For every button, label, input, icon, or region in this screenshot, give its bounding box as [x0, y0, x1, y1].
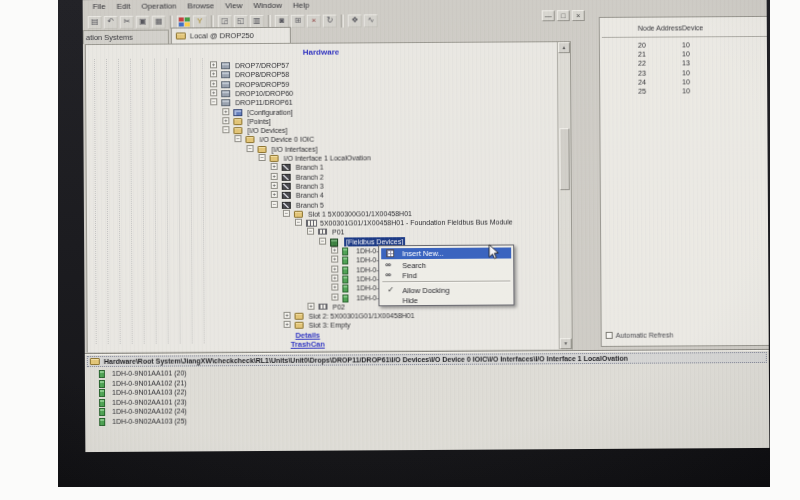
- folder-icon: [233, 127, 242, 134]
- scroll-down-arrow[interactable]: ▼: [560, 338, 572, 349]
- device-list-item[interactable]: 1DH-0-9N02AA103 (25): [99, 415, 399, 426]
- collapse-box[interactable]: −: [222, 126, 229, 133]
- menu-browse[interactable]: Browse: [187, 1, 214, 12]
- node-address-cell[interactable]: 23: [638, 69, 646, 76]
- import-icon[interactable]: ◲: [218, 15, 232, 28]
- menu-view[interactable]: View: [225, 1, 242, 12]
- branch-icon: [282, 173, 291, 180]
- node-address-cell[interactable]: 20: [638, 42, 646, 49]
- collapse-box[interactable]: −: [295, 219, 302, 226]
- collapse-box[interactable]: −: [259, 154, 266, 161]
- ovation-logo-icon[interactable]: [177, 15, 191, 28]
- collapse-box[interactable]: −: [234, 136, 241, 143]
- folder-icon: [233, 118, 242, 125]
- delete-icon[interactable]: ×: [307, 14, 321, 27]
- device-cell[interactable]: 10: [682, 69, 690, 76]
- drop-icon: [221, 99, 230, 106]
- device-cell[interactable]: 10: [682, 78, 690, 85]
- collapse-box[interactable]: −: [307, 228, 314, 235]
- collapse-box[interactable]: −: [319, 237, 326, 244]
- branch-icon: [282, 164, 291, 171]
- refresh-icon[interactable]: ↻: [323, 14, 337, 27]
- automatic-refresh-checkbox[interactable]: Automatic Refresh: [606, 331, 674, 338]
- tree-node-label: Slot 1 5X00300G01/1X00458H01: [308, 209, 412, 219]
- expand-box[interactable]: +: [222, 117, 229, 124]
- node-address-cell[interactable]: 21: [638, 51, 646, 58]
- expand-box[interactable]: +: [271, 191, 278, 198]
- expand-box[interactable]: +: [210, 61, 217, 68]
- expand-box[interactable]: +: [331, 274, 338, 281]
- select-icon[interactable]: ⊞: [291, 14, 305, 27]
- details-link[interactable]: Details: [238, 330, 378, 340]
- expand-box[interactable]: +: [331, 284, 338, 291]
- menu-operation[interactable]: Operation: [141, 2, 176, 13]
- expand-box[interactable]: +: [331, 293, 338, 300]
- pan-icon[interactable]: ∿: [364, 14, 378, 27]
- expand-box[interactable]: +: [331, 256, 338, 263]
- device-icon: [342, 275, 348, 283]
- restore-button[interactable]: □: [557, 10, 570, 21]
- node-address-cell[interactable]: 24: [638, 78, 646, 85]
- expand-box[interactable]: +: [331, 265, 338, 272]
- device-cell[interactable]: 10: [682, 87, 690, 94]
- collapse-box[interactable]: −: [271, 200, 278, 207]
- hardware-tree-panel: Hardware ▲ ▼ +DROP7/DROP57+DROP8/DROP58+…: [85, 41, 573, 353]
- port-icon: [318, 303, 327, 309]
- logo-square: [184, 17, 189, 21]
- duplicate-icon[interactable]: ▥: [250, 14, 264, 27]
- filter-icon[interactable]: Y: [193, 15, 207, 28]
- collapse-box[interactable]: −: [210, 98, 217, 105]
- tab-ovation-systems[interactable]: ation Systems: [83, 30, 169, 45]
- device-cell[interactable]: 10: [682, 51, 690, 58]
- device-icon: [99, 370, 105, 378]
- selected-path-row[interactable]: Hardware\Root System\JiangXW\checkcheck\…: [87, 352, 767, 367]
- export-icon[interactable]: ◱: [234, 15, 248, 28]
- tab-local-drop250[interactable]: Local @ DROP250: [171, 27, 291, 44]
- cut-icon[interactable]: ✂: [120, 15, 134, 28]
- tree-node-label: I/O Interface 1 LocalOvation: [284, 153, 371, 163]
- find-icon[interactable]: ❖: [348, 14, 362, 27]
- tree-node-label: DROP9/DROP59: [235, 79, 289, 88]
- collapse-box[interactable]: −: [283, 210, 290, 217]
- menu-help[interactable]: Help: [293, 1, 310, 12]
- camera-icon[interactable]: ◙: [275, 14, 289, 27]
- context-menu-item-find[interactable]: ∞Find: [381, 269, 511, 280]
- expand-box[interactable]: +: [331, 247, 338, 254]
- menu-edit[interactable]: Edit: [117, 2, 131, 13]
- context-menu-item-hide[interactable]: Hide: [381, 294, 511, 305]
- expand-box[interactable]: +: [271, 163, 278, 170]
- trashcan-link[interactable]: TrashCan: [238, 340, 378, 350]
- folder-icon: [295, 313, 304, 320]
- menu-file[interactable]: File: [93, 2, 106, 13]
- expand-box[interactable]: +: [271, 172, 278, 179]
- menu-window[interactable]: Window: [253, 1, 282, 12]
- folder-icon: [176, 32, 186, 39]
- scroll-up-arrow[interactable]: ▲: [558, 42, 570, 53]
- drop-icon: [221, 62, 230, 69]
- close-button[interactable]: ×: [572, 10, 585, 21]
- expand-box[interactable]: +: [284, 321, 291, 328]
- print-icon[interactable]: ▤: [88, 15, 102, 28]
- node-address-cell[interactable]: 22: [638, 60, 646, 67]
- device-cell[interactable]: 13: [682, 60, 690, 67]
- expand-box[interactable]: +: [307, 302, 314, 309]
- node-address-cell[interactable]: 25: [638, 88, 646, 95]
- paste-icon[interactable]: ▦: [152, 15, 166, 28]
- branch-icon: [282, 192, 291, 199]
- expand-box[interactable]: +: [210, 89, 217, 96]
- copy-icon[interactable]: ▣: [136, 15, 150, 28]
- expand-box[interactable]: +: [210, 71, 217, 78]
- expand-box[interactable]: +: [271, 182, 278, 189]
- folder-icon: [294, 211, 303, 218]
- collapse-box[interactable]: −: [247, 145, 254, 152]
- tree-node-label: Slot 3: Empty: [309, 321, 351, 330]
- undo-icon[interactable]: ↶: [104, 15, 118, 28]
- minimize-button[interactable]: —: [542, 10, 555, 21]
- checkbox-icon[interactable]: [606, 332, 613, 339]
- binoculars-icon: ∞: [385, 270, 391, 279]
- column-header-device: Device: [682, 24, 703, 31]
- expand-box[interactable]: +: [284, 312, 291, 319]
- expand-box[interactable]: +: [210, 80, 217, 87]
- expand-box[interactable]: +: [222, 108, 229, 115]
- device-cell[interactable]: 10: [682, 41, 690, 48]
